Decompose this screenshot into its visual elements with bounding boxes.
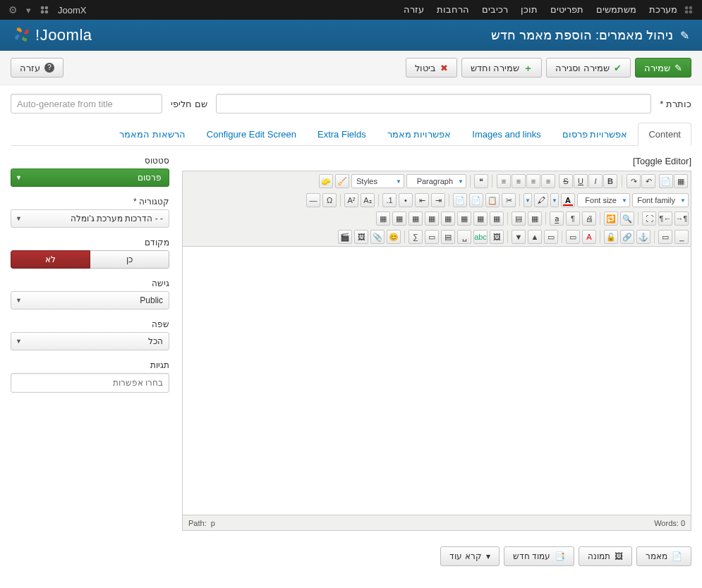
ltr-icon[interactable]: ¶→ (674, 212, 689, 226)
template-icon[interactable]: ▤ (441, 230, 455, 244)
editor-textarea[interactable] (183, 247, 691, 515)
underline-icon[interactable]: U (574, 174, 588, 188)
cancel-button[interactable]: ✖ ביטול (406, 58, 457, 78)
tab-extra-fields[interactable]: Extra Fields (307, 123, 377, 146)
backcolor-icon[interactable]: 🖍 (534, 193, 548, 207)
redo-icon[interactable]: ↷ (627, 174, 641, 188)
insert-pagebreak-button[interactable]: 📑 עמוד חדש (504, 546, 574, 566)
align-justify-icon[interactable]: ≡ (497, 174, 511, 188)
anchor-icon[interactable]: ⚓ (636, 230, 650, 244)
toggle-editor-link[interactable]: [Toggle Editor] (182, 156, 691, 166)
unlink-icon[interactable]: 🔓 (604, 230, 618, 244)
featured-yes[interactable]: כן (90, 250, 169, 269)
iframe-icon[interactable]: ▭ (425, 230, 439, 244)
visualchars-icon[interactable]: ¶ (566, 212, 580, 226)
menu-components[interactable]: רכיבים (476, 0, 514, 20)
visualblocks-icon[interactable]: ▭ (658, 230, 672, 244)
layer-forward-icon[interactable]: ▲ (528, 230, 542, 244)
tags-input[interactable] (11, 373, 169, 393)
menu-users[interactable]: משתמשים (590, 0, 643, 20)
styles-select[interactable]: Styles▼ (351, 174, 404, 188)
font-size-select[interactable]: Font size▼ (577, 193, 630, 207)
table-delete-row-icon[interactable]: ▦ (457, 212, 471, 226)
rtl-icon[interactable]: ←¶ (658, 212, 672, 226)
paste-text-icon[interactable]: 📄 (453, 193, 467, 207)
fullscreen-icon[interactable]: ⛶ (642, 212, 656, 226)
search-icon[interactable]: 🔍 (620, 212, 634, 226)
save-close-button[interactable]: ✔ שמירה וסגירה (546, 58, 631, 78)
sub-icon[interactable]: A₂ (361, 193, 375, 207)
insert-image-button[interactable]: 🖼 תמונה (579, 546, 632, 566)
spellcheck-icon[interactable]: abc (473, 230, 488, 244)
stats-icon[interactable]: ∑ (409, 230, 423, 244)
media-icon[interactable]: 🖼 (354, 230, 368, 244)
cut-icon[interactable]: ✂ (502, 193, 516, 207)
div-icon[interactable]: ▭ (566, 230, 580, 244)
site-name[interactable]: JoomX (58, 5, 86, 16)
dropdown-icon[interactable]: ▼ (524, 193, 532, 207)
pagebreak-icon[interactable]: ⎯ (674, 230, 689, 244)
menu-content[interactable]: תוכן (514, 0, 544, 20)
tab-content[interactable]: Content (638, 123, 691, 146)
source-icon[interactable]: ▦ (674, 174, 688, 188)
align-right-icon[interactable]: ≡ (512, 174, 526, 188)
emoticon-icon[interactable]: 😊 (387, 230, 401, 244)
replace-icon[interactable]: 🔁 (604, 212, 618, 226)
paste-icon[interactable]: 📄 (469, 193, 483, 207)
attachment-icon[interactable]: 📎 (370, 230, 385, 244)
image-icon[interactable]: 🖼 (490, 230, 504, 244)
help-button[interactable]: ? עזרה (11, 58, 63, 78)
tab-article-options[interactable]: אפשרויות מאמר (377, 123, 462, 146)
copy-icon[interactable]: 📋 (485, 193, 500, 207)
table-split-icon[interactable]: ▦ (392, 212, 406, 226)
nonbreaking-icon[interactable]: ␣ (457, 230, 471, 244)
newdoc-icon[interactable]: 📄 (659, 174, 673, 188)
title-input[interactable] (216, 94, 652, 114)
insert-article-button[interactable]: 📄 מאמר (636, 546, 691, 566)
tab-permissions[interactable]: הרשאות המאמר (109, 123, 196, 146)
menu-menus[interactable]: תפריטים (544, 0, 590, 20)
insert-readmore-button[interactable]: ▾ קרא עוד (440, 546, 499, 566)
hr-icon[interactable]: — (306, 193, 320, 207)
ol-icon[interactable]: 1. (382, 193, 397, 207)
print-icon[interactable]: 🖨 (582, 212, 596, 226)
align-left-icon[interactable]: ≡ (541, 174, 555, 188)
bold-icon[interactable]: B (603, 174, 617, 188)
tab-configure-edit[interactable]: Configure Edit Screen (196, 123, 307, 146)
layer-icon[interactable]: ▭ (544, 230, 558, 244)
alias-input[interactable] (11, 94, 162, 114)
sup-icon[interactable]: A² (344, 193, 358, 207)
save-new-button[interactable]: ＋ שמירה וחדש (461, 58, 543, 78)
layer-back-icon[interactable]: ▼ (512, 230, 526, 244)
link-icon[interactable]: 🔗 (620, 230, 634, 244)
table-insert-row-before-icon[interactable]: ▦ (490, 212, 504, 226)
status-select[interactable]: פרסום ▼ (11, 169, 169, 187)
table-insert-col-after-icon[interactable]: ▦ (425, 212, 439, 226)
featured-no[interactable]: לא (11, 250, 90, 269)
menu-system[interactable]: מערכת (643, 0, 684, 20)
category-select[interactable]: - - הדרכות מערכת ג'ומלה ▼ (11, 209, 169, 228)
tab-publishing[interactable]: אפשרויות פרסום (552, 123, 639, 146)
save-button[interactable]: ✎ שמירה (635, 58, 691, 78)
italic-icon[interactable]: I (588, 174, 603, 188)
table-icon[interactable]: ▦ (528, 212, 542, 226)
abbr-icon[interactable]: a̲ (550, 212, 564, 226)
gear-icon[interactable]: ⚙ (8, 4, 18, 16)
font-family-select[interactable]: Font family▼ (632, 193, 689, 207)
table-row-icon[interactable]: ▤ (512, 212, 526, 226)
format-select[interactable]: Paragraph▼ (406, 174, 466, 188)
eraser-icon[interactable]: 🧹 (335, 174, 349, 188)
menu-extensions[interactable]: הרחבות (430, 0, 476, 20)
ul-icon[interactable]: • (399, 193, 413, 207)
indent-icon[interactable]: ⇥ (431, 193, 445, 207)
table-merge-icon[interactable]: ▦ (376, 212, 390, 226)
language-select[interactable]: הכל ▼ (11, 332, 169, 350)
align-center-icon[interactable]: ≡ (526, 174, 540, 188)
forecolor-icon[interactable]: A (561, 193, 575, 207)
removeformat-icon[interactable]: 🧽 (319, 174, 333, 188)
charmap-icon[interactable]: Ω (322, 193, 337, 207)
textcolor-icon[interactable]: A (582, 230, 596, 244)
undo-icon[interactable]: ↶ (641, 174, 655, 188)
outdent-icon[interactable]: ⇤ (415, 193, 429, 207)
table-insert-row-after-icon[interactable]: ▦ (473, 212, 488, 226)
